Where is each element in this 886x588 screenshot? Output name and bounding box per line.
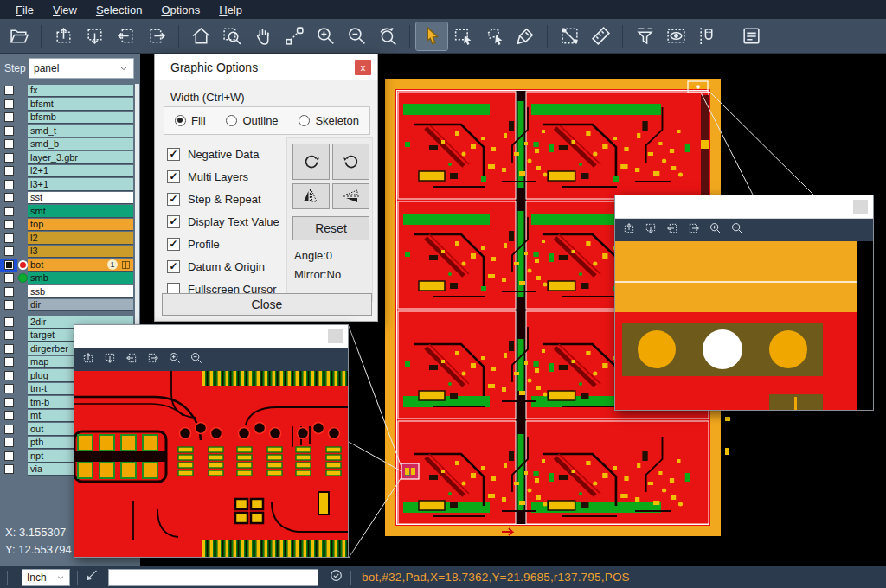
layer-checkbox-tm-t[interactable] [0, 382, 17, 395]
toolbar-select-pointer-button[interactable] [416, 22, 447, 50]
toolbar-log-panel-button[interactable] [735, 22, 767, 50]
layer-checkbox-top[interactable] [0, 218, 17, 231]
toolbar-ruler-button[interactable] [585, 22, 616, 50]
menu-options[interactable]: Options [152, 2, 209, 18]
checkbox-display-text-value[interactable]: ✓Display Text Value [167, 210, 279, 233]
magnifier-zoom-out-button[interactable] [189, 351, 203, 368]
magnifier-2-window-button[interactable] [853, 200, 868, 214]
magnifier-zoom-out-button[interactable] [730, 221, 744, 239]
layer-checkbox-npt[interactable] [0, 450, 17, 463]
magnifier-move-up-button[interactable] [622, 221, 636, 239]
checkbox-step-repeat[interactable]: ✓Step & Repeat [167, 188, 279, 210]
layer-checkbox-layer_3.gbr[interactable] [0, 151, 17, 164]
layer-checkbox-map[interactable] [0, 355, 17, 368]
mirror-vertical-button[interactable] [332, 183, 369, 209]
layer-checkbox-bfsmt[interactable] [0, 98, 17, 111]
layer-name-l2+1[interactable]: l2+1 [28, 165, 133, 178]
magnifier-move-right-button[interactable] [687, 221, 701, 239]
layer-checkbox-bfsmb[interactable] [0, 111, 17, 124]
toolbar-move-down-button[interactable] [79, 22, 110, 50]
toolbar-zoom-out-button[interactable] [341, 22, 372, 50]
toolbar-pan-button[interactable] [247, 22, 279, 50]
toolbar-move-left-button[interactable] [110, 22, 141, 50]
layer-checkbox-l2[interactable] [0, 232, 17, 245]
toolbar-select-rect-button[interactable] [447, 22, 478, 50]
magnifier-1-titlebar[interactable] [74, 325, 348, 348]
layer-name-l3[interactable]: l3 [28, 246, 133, 259]
layer-name-bfsmb[interactable]: bfsmb [28, 112, 133, 125]
layer-checkbox-2dir--[interactable] [0, 316, 17, 329]
toolbar-open-file-button[interactable] [3, 22, 35, 50]
toolbar-zoom-window-button[interactable] [216, 22, 247, 50]
layer-checkbox-plug[interactable] [0, 369, 17, 382]
radio-outline[interactable]: Outline [226, 114, 278, 127]
layer-name-dir[interactable]: dir [28, 299, 133, 312]
toolbar-select-polygon-button[interactable] [478, 22, 510, 50]
toolbar-snap-magnet-button[interactable] [691, 22, 722, 50]
layer-checkbox-via[interactable] [0, 463, 17, 476]
pick-arrow-icon[interactable] [85, 568, 100, 586]
magnifier-move-left-button[interactable] [125, 351, 138, 368]
reset-button[interactable]: Reset [292, 216, 369, 240]
layer-name-l3+1[interactable]: l3+1 [28, 178, 133, 191]
layer-checkbox-smb[interactable] [0, 272, 17, 284]
layer-checkbox-l3+1[interactable] [0, 178, 17, 191]
layer-checkbox-dirgerber[interactable] [0, 342, 17, 355]
toolbar-zoom-previous-button[interactable] [372, 22, 403, 50]
layer-name-smd_t[interactable]: smd_t [28, 125, 133, 137]
layer-checkbox-smd_b[interactable] [0, 137, 17, 150]
unit-combobox[interactable]: Inch [22, 569, 70, 586]
layer-checkbox-sst[interactable] [0, 191, 17, 204]
layer-checkbox-l3[interactable] [0, 245, 17, 258]
mirror-horizontal-button[interactable] [292, 183, 330, 209]
magnifier-move-left-button[interactable] [665, 221, 679, 239]
toolbar-home-button[interactable] [185, 22, 216, 50]
magnifier-move-down-button[interactable] [644, 221, 658, 239]
magnifier-2-titlebar[interactable] [615, 195, 873, 219]
close-button[interactable]: Close [162, 293, 372, 316]
step-combobox[interactable]: panel [29, 58, 134, 79]
layer-checkbox-mt[interactable] [0, 409, 17, 422]
menu-selection[interactable]: Selection [87, 2, 151, 18]
grid-icon[interactable] [121, 260, 131, 270]
toolbar-move-right-button[interactable] [141, 22, 172, 50]
magnifier-zoom-in-button[interactable] [709, 221, 722, 239]
magnifier-move-right-button[interactable] [146, 351, 160, 368]
command-input[interactable] [108, 569, 318, 586]
radio-fill[interactable]: Fill [175, 114, 206, 127]
magnifier-move-down-button[interactable] [103, 351, 117, 368]
toolbar-zoom-in-button[interactable] [310, 22, 341, 50]
layer-name-bfsmt[interactable]: bfsmt [28, 98, 133, 111]
rotate-ccw-button[interactable] [332, 144, 369, 180]
dialog-close-button[interactable]: x [355, 60, 371, 75]
layer-checkbox-dir[interactable] [0, 298, 17, 311]
toolbar-brush-button[interactable] [510, 22, 541, 50]
toolbar-show-eye-button[interactable] [660, 22, 691, 50]
apply-check-icon[interactable] [329, 568, 343, 586]
layer-name-bot[interactable]: bot1 [28, 259, 133, 272]
magnifier-move-up-button[interactable] [81, 351, 95, 368]
layer-checkbox-target[interactable] [0, 329, 17, 342]
menu-view[interactable]: View [44, 2, 86, 18]
layer-name-fx[interactable]: fx [28, 85, 133, 98]
layer-checkbox-bot[interactable] [0, 259, 17, 272]
magnifier-zoom-in-button[interactable] [168, 351, 182, 368]
layer-checkbox-tm-b[interactable] [0, 396, 17, 409]
radio-skeleton[interactable]: Skeleton [299, 114, 359, 127]
checkbox-profile[interactable]: ✓Profile [167, 233, 279, 255]
checkbox-negative-data[interactable]: ✓Negative Data [167, 143, 279, 165]
layer-name-top[interactable]: top [28, 219, 133, 232]
checkbox-multi-layers[interactable]: ✓Multi Layers [167, 165, 279, 188]
layer-checkbox-smd_t[interactable] [0, 125, 17, 137]
layer-name-l2[interactable]: l2 [28, 232, 133, 245]
layer-checkbox-out[interactable] [0, 423, 17, 436]
layer-name-smt[interactable]: smt [28, 205, 133, 218]
menu-file[interactable]: File [7, 2, 42, 18]
menu-help[interactable]: Help [210, 2, 251, 18]
layer-checkbox-pth[interactable] [0, 436, 17, 449]
layer-checkbox-l2+1[interactable] [0, 164, 17, 177]
layer-checkbox-smt[interactable] [0, 205, 17, 218]
layer-name-smb[interactable]: smb [28, 272, 133, 285]
layer-name-smd_b[interactable]: smd_b [28, 138, 133, 151]
toolbar-move-up-button[interactable] [48, 22, 79, 50]
